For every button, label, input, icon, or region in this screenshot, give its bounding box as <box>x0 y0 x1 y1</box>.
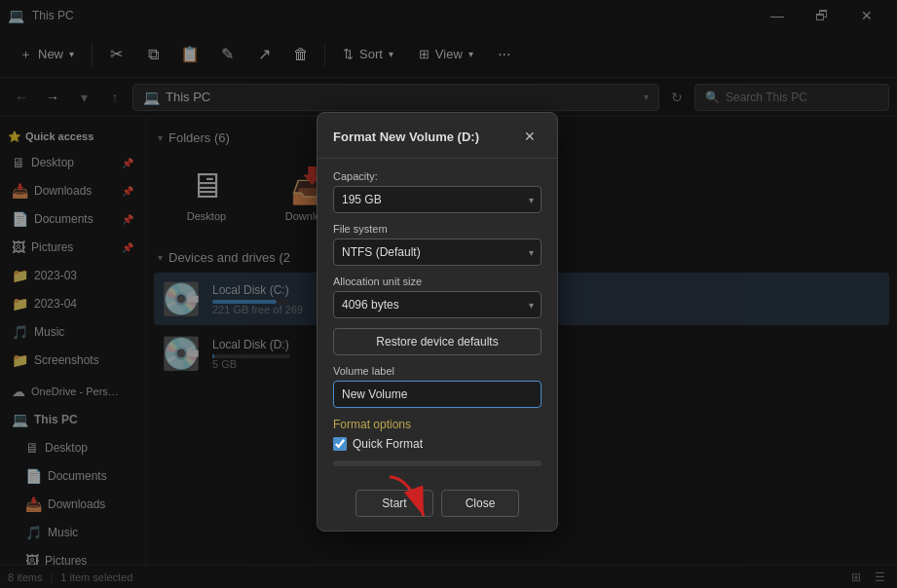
file-system-select-wrapper: NTFS (Default) <box>333 239 542 266</box>
allocation-select[interactable]: 4096 bytes <box>333 291 542 318</box>
modal-close-button[interactable]: ✕ <box>518 125 542 148</box>
modal-footer: Start Close <box>318 490 557 531</box>
progress-bar <box>333 460 542 466</box>
start-button[interactable]: Start <box>355 490 433 517</box>
quick-format-label: Quick Format <box>353 437 423 451</box>
restore-defaults-button[interactable]: Restore device defaults <box>333 328 542 355</box>
modal-overlay: Format New Volume (D:) ✕ Capacity: 195 G… <box>0 0 897 588</box>
volume-label-section: Volume label <box>333 365 542 408</box>
quick-format-checkbox[interactable] <box>333 437 347 451</box>
file-system-select[interactable]: NTFS (Default) <box>333 239 542 266</box>
quick-format-item: Quick Format <box>333 437 542 451</box>
capacity-select[interactable]: 195 GB <box>333 186 542 213</box>
format-options-title: Format options <box>333 418 542 431</box>
modal-title-bar: Format New Volume (D:) ✕ <box>318 113 557 159</box>
capacity-label: Capacity: <box>333 170 542 182</box>
modal-body: Capacity: 195 GB File system NTFS (Defau… <box>318 159 557 490</box>
capacity-select-wrapper: 195 GB <box>333 186 542 213</box>
format-options-section: Format options Quick Format <box>333 418 542 451</box>
allocation-label: Allocation unit size <box>333 276 542 287</box>
modal-title: Format New Volume (D:) <box>333 129 479 144</box>
format-dialog: Format New Volume (D:) ✕ Capacity: 195 G… <box>317 112 558 532</box>
allocation-select-wrapper: 4096 bytes <box>333 291 542 318</box>
dialog-close-button[interactable]: Close <box>441 490 519 517</box>
volume-label-input[interactable] <box>333 381 542 408</box>
file-system-label: File system <box>333 223 542 235</box>
volume-label-title: Volume label <box>333 365 542 377</box>
